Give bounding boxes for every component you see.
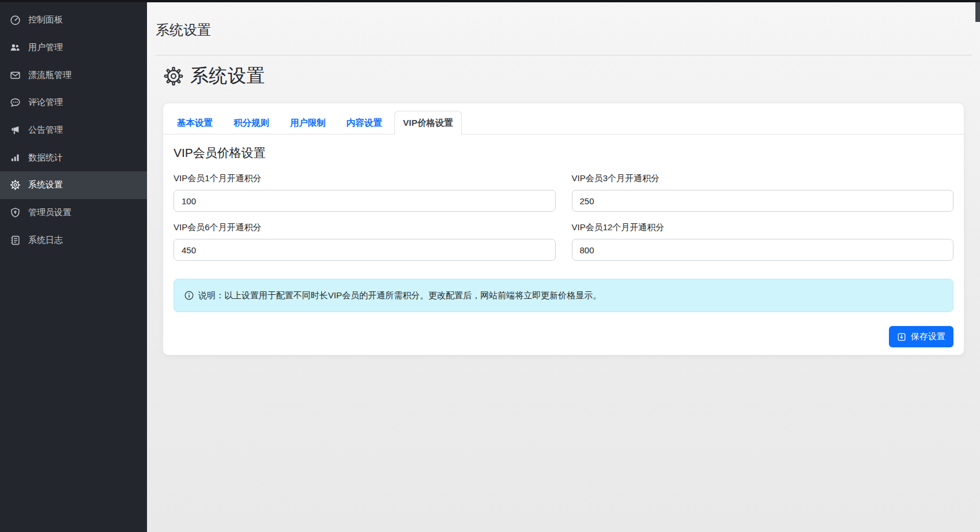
sidebar-item-label: 漂流瓶管理 [28,70,71,81]
sidebar-item-system-settings[interactable]: 系统设置 [0,171,147,199]
page-heading: 系统设置 [164,65,964,88]
comment-icon [9,97,21,108]
field-label: VIP会员6个月开通积分 [174,223,556,231]
field-vip-6month: VIP会员6个月开通积分 [174,223,556,261]
field-label: VIP会员1个月开通积分 [174,174,556,182]
sidebar-item-announcements[interactable]: 公告管理 [0,117,147,144]
sidebar-item-label: 系统设置 [28,179,63,190]
vip-price-form: VIP会员1个月开通积分 VIP会员3个月开通积分 VIP会员6个月开通积分 V… [174,174,953,261]
vip-3month-input[interactable] [572,190,954,212]
tab-basic-settings[interactable]: 基本设置 [168,111,221,134]
sidebar-item-system-logs[interactable]: 系统日志 [0,227,147,254]
users-icon [9,42,21,54]
scrollbar-thumb[interactable] [975,2,980,22]
tab-points-rules[interactable]: 积分规则 [225,111,278,134]
bar-chart-icon [9,152,21,163]
topbar: 系统设置 [156,0,972,55]
main-content: 系统设置 [147,0,980,532]
page-title: 系统设置 [156,22,972,38]
vip-6month-input[interactable] [174,239,556,261]
info-icon [184,291,194,300]
tab-content-settings[interactable]: 内容设置 [338,111,391,134]
tab-vip-price-settings[interactable]: VIP价格设置 [394,111,462,134]
section-title: VIP会员价格设置 [174,145,953,160]
vip-1month-input[interactable] [174,190,556,212]
gear-icon [9,179,21,191]
info-note: 说明：以上设置用于配置不同时长VIP会员的开通所需积分。更改配置后，网站前端将立… [174,279,953,312]
sidebar-item-dashboard[interactable]: 控制面板 [0,6,147,34]
envelope-icon [9,69,21,81]
speedometer-icon [9,14,21,26]
tab-user-limits[interactable]: 用户限制 [281,111,334,134]
sidebar-item-label: 公告管理 [28,125,63,136]
field-vip-3month: VIP会员3个月开通积分 [572,174,954,212]
sidebar-item-label: 控制面板 [28,14,63,25]
megaphone-icon [9,125,21,136]
sidebar-item-label: 评论管理 [28,97,63,108]
sidebar-item-admin-settings[interactable]: 管理员设置 [0,199,147,227]
save-button-label: 保存设置 [911,331,945,342]
page-heading-title: 系统设置 [190,63,265,89]
info-note-text: 说明：以上设置用于配置不同时长VIP会员的开通所需积分。更改配置后，网站前端将立… [198,289,601,302]
sidebar-item-bottles[interactable]: 漂流瓶管理 [0,61,147,89]
settings-tabs: 基本设置 积分规则 用户限制 内容设置 VIP价格设置 [163,111,964,134]
vip-12month-input[interactable] [572,239,954,261]
save-icon [897,332,906,342]
sidebar-item-label: 管理员设置 [28,207,71,218]
gear-icon [164,66,183,86]
sidebar-item-label: 系统日志 [28,235,63,246]
sidebar-item-comments[interactable]: 评论管理 [0,89,147,117]
journal-icon [9,234,21,246]
save-settings-button[interactable]: 保存设置 [889,326,953,347]
settings-card: 基本设置 积分规则 用户限制 内容设置 VIP价格设置 VIP会员价格设置 VI… [163,103,964,355]
sidebar-item-label: 数据统计 [28,152,63,163]
field-vip-1month: VIP会员1个月开通积分 [174,174,556,212]
sidebar-item-statistics[interactable]: 数据统计 [0,144,147,171]
shield-icon [9,207,21,219]
sidebar-item-label: 用户管理 [28,42,63,53]
field-label: VIP会员12个月开通积分 [572,223,954,231]
sidebar-item-users[interactable]: 用户管理 [0,34,147,62]
sidebar: 控制面板 用户管理 漂流瓶管理 评论管理 [0,0,147,532]
top-strip [0,0,980,2]
field-vip-12month: VIP会员12个月开通积分 [572,223,954,261]
field-label: VIP会员3个月开通积分 [572,174,954,182]
